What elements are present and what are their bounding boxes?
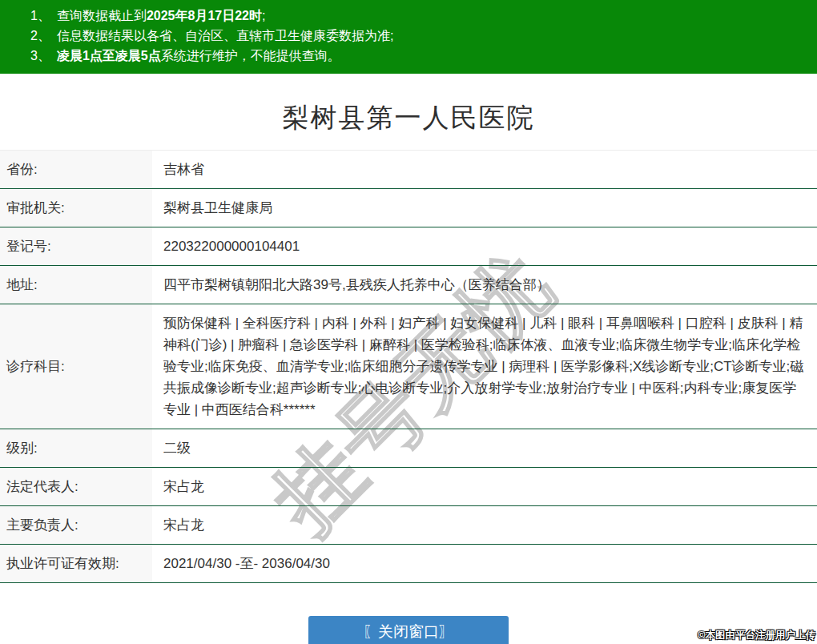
row-label: 主要负责人: — [0, 506, 152, 544]
row-value: 梨树县卫生健康局 — [152, 189, 817, 227]
table-row: 主要负责人:宋占龙 — [0, 506, 817, 545]
table-row: 省份:吉林省 — [0, 150, 817, 189]
row-label: 审批机关: — [0, 189, 152, 227]
table-row: 执业许可证有效期:2021/04/30 -至- 2036/04/30 — [0, 545, 817, 583]
notice-line-1: 1、查询数据截止到2025年8月17日22时; — [30, 6, 809, 26]
page-title: 梨树县第一人民医院 — [0, 100, 817, 136]
button-row: 〖关闭窗口〗 — [0, 616, 817, 644]
notice-bar: 1、查询数据截止到2025年8月17日22时;2、信息数据结果以各省、自治区、直… — [0, 0, 817, 74]
notice-list: 1、查询数据截止到2025年8月17日22时;2、信息数据结果以各省、自治区、直… — [30, 6, 809, 66]
row-value: 宋占龙 — [152, 506, 817, 544]
notice-text-segment: 查询数据截止到 — [57, 9, 147, 22]
table-row: 法定代表人:宋占龙 — [0, 468, 817, 506]
row-label: 诊疗科目: — [0, 304, 152, 429]
row-label: 法定代表人: — [0, 468, 152, 505]
notice-line-2: 2、信息数据结果以各省、自治区、直辖市卫生健康委数据为准; — [30, 26, 809, 46]
table-row: 级别:二级 — [0, 429, 817, 468]
hospital-info-table: 省份:吉林省审批机关:梨树县卫生健康局登记号:22032200000010440… — [0, 150, 817, 583]
close-window-button[interactable]: 〖关闭窗口〗 — [308, 616, 509, 644]
notice-text-segment: ; — [262, 9, 265, 22]
row-label: 地址: — [0, 266, 152, 304]
notice-number: 3、 — [30, 49, 50, 62]
notice-number: 2、 — [30, 29, 50, 42]
row-label: 执业许可证有效期: — [0, 545, 152, 582]
notice-text-segment: 凌晨1点至凌晨5点 — [57, 49, 161, 62]
notice-text-segment: 系统进行维护，不能提供查询。 — [161, 49, 340, 62]
notice-line-3: 3、凌晨1点至凌晨5点系统进行维护，不能提供查询。 — [30, 46, 809, 66]
table-row: 地址:四平市梨树镇朝阳北大路39号,县残疾人托养中心（医养结合部） — [0, 266, 817, 304]
row-label: 级别: — [0, 429, 152, 467]
notice-number: 1、 — [30, 9, 50, 22]
row-value: 宋占龙 — [152, 468, 817, 505]
table-row: 诊疗科目:预防保健科 | 全科医疗科 | 内科 | 外科 | 妇产科 | 妇女保… — [0, 304, 817, 429]
table-row: 审批机关:梨树县卫生健康局 — [0, 189, 817, 227]
table-row: 登记号:220322000000104401 — [0, 227, 817, 266]
row-value: 220322000000104401 — [152, 227, 817, 265]
row-label: 登记号: — [0, 227, 152, 265]
row-value: 预防保健科 | 全科医疗科 | 内科 | 外科 | 妇产科 | 妇女保健科 | … — [152, 304, 817, 429]
credit-watermark: ©本图由平台注册用户上传 — [698, 629, 815, 642]
row-value: 四平市梨树镇朝阳北大路39号,县残疾人托养中心（医养结合部） — [152, 266, 817, 304]
row-label: 省份: — [0, 151, 152, 188]
row-value: 2021/04/30 -至- 2036/04/30 — [152, 545, 817, 582]
row-value: 二级 — [152, 429, 817, 467]
notice-text-segment: 信息数据结果以各省、自治区、直辖市卫生健康委数据为准; — [57, 29, 393, 42]
row-value: 吉林省 — [152, 151, 817, 188]
notice-text-segment: 2025年8月17日22时 — [147, 9, 262, 22]
